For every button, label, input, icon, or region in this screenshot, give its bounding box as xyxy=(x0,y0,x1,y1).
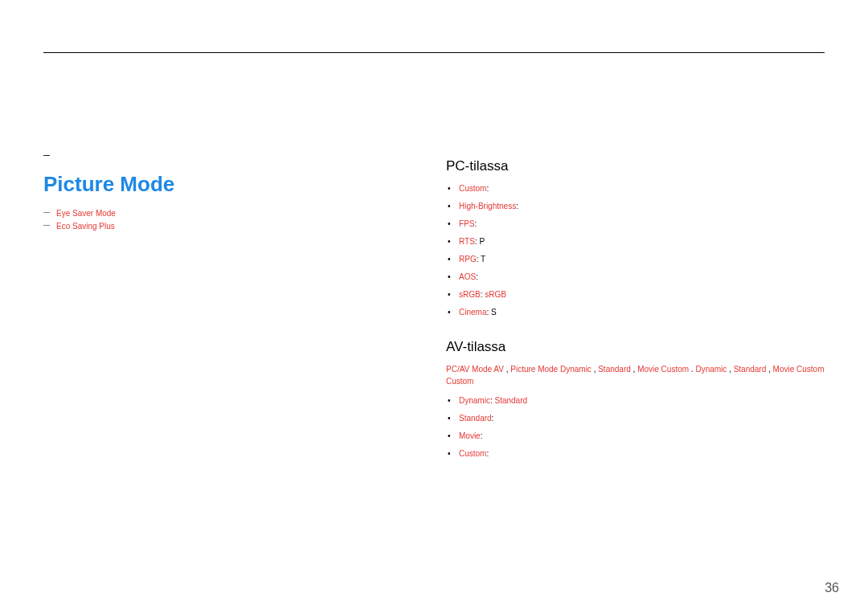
item-keyword: Cinema xyxy=(459,308,486,317)
note-red: Eye Saver Mode xyxy=(56,209,116,218)
item-rest: : P xyxy=(475,237,485,246)
note-red: Eco Saving Plus xyxy=(56,222,115,231)
picture-mode-notes: Eye Saver Mode Eco Saving Plus xyxy=(43,208,413,231)
list-item: AOS: xyxy=(446,272,830,282)
item-keyword: FPS xyxy=(459,219,474,228)
kw-std2: Standard xyxy=(734,365,767,374)
item-keyword: Movie xyxy=(459,431,481,440)
item-keyword: RPG xyxy=(459,255,477,264)
item-rest: : xyxy=(516,202,518,210)
kw-picmode: Picture Mode xyxy=(510,365,558,374)
item-rest: : xyxy=(481,431,483,440)
kw-std: Standard xyxy=(598,365,631,374)
note-line: Eco Saving Plus xyxy=(43,221,413,231)
item-keyword: AOS xyxy=(459,272,476,281)
av-heading: AV-tilassa xyxy=(446,338,830,356)
left-column: Picture Mode Eye Saver Mode Eco Saving P… xyxy=(43,149,413,234)
kw-cst3: Custom xyxy=(446,377,473,386)
list-item: sRGB: sRGB xyxy=(446,289,830,300)
item-rest: : S xyxy=(486,308,496,317)
kw-dyn: Dynamic xyxy=(560,365,592,374)
right-column: PC-tilassa Custom: High-Brightness: FPS:… xyxy=(446,157,830,466)
item-rest: : xyxy=(486,449,489,458)
item-rest: : xyxy=(474,219,477,228)
item-keyword: Custom xyxy=(459,449,486,458)
list-item: Standard: xyxy=(446,413,830,423)
note-line: Eye Saver Mode xyxy=(43,208,413,219)
kw-dyn2: Dynamic xyxy=(695,365,727,374)
kw-mov: Movie xyxy=(637,365,659,374)
item-keyword: Dynamic xyxy=(459,396,490,405)
page: Picture Mode Eye Saver Mode Eco Saving P… xyxy=(0,0,868,613)
pc-mode-list: Custom: High-Brightness: FPS: RTS: P RPG… xyxy=(446,183,830,317)
item-rest: : xyxy=(476,272,478,281)
item-keyword: Custom xyxy=(459,184,486,193)
list-item: Cinema: S xyxy=(446,307,830,317)
list-item: Dynamic: Standard xyxy=(446,395,830,406)
item-keyword: High-Brightness xyxy=(459,202,516,210)
item-rest: : xyxy=(486,184,489,193)
av-paragraph: PC/AV Mode AV , Picture Mode Dynamic , S… xyxy=(446,364,830,387)
top-rule xyxy=(43,52,825,53)
list-item: RTS: P xyxy=(446,236,830,247)
item-keyword: Standard xyxy=(459,414,492,423)
list-item: FPS: xyxy=(446,219,830,229)
item-keyword2: sRGB xyxy=(485,290,506,299)
kw-cst2: Custom xyxy=(796,365,824,374)
pc-heading: PC-tilassa xyxy=(446,157,830,175)
list-item: High-Brightness: xyxy=(446,201,830,211)
item-rest: : xyxy=(492,414,494,423)
kw-cst: Custom xyxy=(661,365,689,374)
av-mode-list: Dynamic: Standard Standard: Movie: Custo… xyxy=(446,395,830,459)
item-keyword: RTS xyxy=(459,237,475,246)
list-item: RPG: T xyxy=(446,254,830,264)
picture-mode-heading: Picture Mode xyxy=(43,171,413,198)
page-number: 36 xyxy=(825,581,839,595)
list-item: Custom: xyxy=(446,183,830,194)
item-trail-red: Standard xyxy=(494,396,527,405)
kw-av: AV xyxy=(493,365,504,374)
item-keyword: sRGB xyxy=(459,290,481,299)
kw-mov2: Movie xyxy=(773,365,795,374)
kw-pcav: PC/AV Mode xyxy=(446,365,492,374)
item-rest: : T xyxy=(477,255,485,264)
list-item: Custom: xyxy=(446,448,830,459)
list-item: Movie: xyxy=(446,431,830,441)
